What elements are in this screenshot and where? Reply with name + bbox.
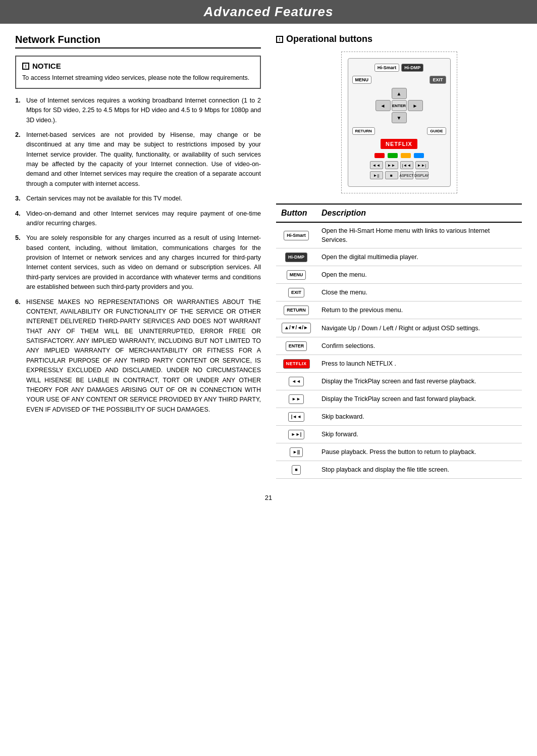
table-row: Hi-DMPOpen the digital multimedia player…: [276, 248, 522, 266]
table-cell-description: Display the TrickPlay screen and fast fo…: [316, 390, 522, 408]
col-button: Button: [276, 204, 316, 222]
table-row: ENTERConfirm selections.: [276, 337, 522, 355]
table-cell-description: Skip backward.: [316, 408, 522, 426]
table-cell-description: Confirm selections.: [316, 337, 522, 355]
exit-btn[interactable]: EXIT: [429, 76, 446, 84]
dpad-up[interactable]: ▲: [392, 88, 407, 99]
table-cell-button: ▲/▼/◄/►: [276, 319, 316, 337]
notice-title: ! NOTICE: [22, 62, 254, 70]
list-item: 4.Video-on-demand and other Internet ser…: [15, 209, 261, 229]
network-section-title: Network Function: [15, 34, 261, 48]
table-cell-description: Close the menu.: [316, 284, 522, 301]
table-cell-description: Navigate Up / Down / Left / Right or adj…: [316, 319, 522, 337]
notice-box: ! NOTICE To access Internet streaming vi…: [15, 56, 261, 89]
table-header-row: Button Description: [276, 204, 522, 222]
list-item: 2.Internet-based services are not provid…: [15, 130, 261, 189]
table-cell-description: Open the Hi-Smart Home menu with links t…: [316, 222, 522, 248]
table-cell-button: ENTER: [276, 337, 316, 355]
red-btn[interactable]: [374, 153, 385, 158]
table-cell-description: Stop playback and display the file title…: [316, 461, 522, 479]
green-btn[interactable]: [388, 153, 398, 158]
dpad-right[interactable]: ►: [408, 100, 423, 111]
dpad: ▲ ◄ ENTER ► ▼: [375, 88, 423, 123]
blue-btn[interactable]: [414, 153, 424, 158]
table-cell-button: ◄◄: [276, 373, 316, 390]
notice-list: 1.Use of Internet services requires a wo…: [15, 96, 261, 415]
table-cell-button: |◄◄: [276, 408, 316, 426]
table-cell-button: ■: [276, 461, 316, 479]
main-content: Network Function ! NOTICE To access Inte…: [0, 24, 537, 489]
return-btn[interactable]: RETURN: [352, 127, 375, 135]
display-btn[interactable]: DISPLAY: [415, 171, 428, 179]
rewind-btn[interactable]: ◄◄: [370, 161, 383, 169]
table-row: NETFLIXPress to launch NETFLIX .: [276, 355, 522, 372]
hi-smart-btn[interactable]: Hi-Smart: [374, 64, 400, 72]
table-row: EXITClose the menu.: [276, 284, 522, 301]
stop-btn[interactable]: ■: [385, 171, 398, 179]
table-row: ►►|Skip forward.: [276, 426, 522, 443]
table-cell-button: Hi-Smart: [276, 222, 316, 248]
playpause-btn[interactable]: ►||: [370, 171, 383, 179]
page-header: Advanced Features: [0, 0, 537, 24]
operational-section-title: ! Operational buttons: [276, 34, 522, 44]
list-item: 6.HISENSE MAKES NO REPRESENTATIONS OR WA…: [15, 297, 261, 415]
table-cell-description: Display the TrickPlay screen and fast re…: [316, 373, 522, 390]
table-cell-button: ►►: [276, 390, 316, 408]
list-item: 5.You are solely responsible for any cha…: [15, 233, 261, 292]
skipfwd-btn[interactable]: ►►|: [415, 161, 428, 169]
table-row: ▲/▼/◄/►Navigate Up / Down / Left / Right…: [276, 319, 522, 337]
table-cell-button: RETURN: [276, 301, 316, 319]
remote-diagram: Hi-Smart Hi-DMP MENU EXIT ▲ ◄ ENTER: [341, 52, 457, 193]
table-cell-button: NETFLIX: [276, 355, 316, 372]
button-table: Button Description Hi-SmartOpen the Hi-S…: [276, 204, 522, 479]
table-cell-button: Hi-DMP: [276, 248, 316, 266]
table-row: |◄◄Skip backward.: [276, 408, 522, 426]
page-title: Advanced Features: [0, 4, 537, 20]
table-cell-description: Return to the previous menu.: [316, 301, 522, 319]
hi-dmp-btn[interactable]: Hi-DMP: [401, 64, 423, 72]
list-item: 1.Use of Internet services requires a wo…: [15, 96, 261, 125]
dpad-left[interactable]: ◄: [375, 100, 391, 111]
table-cell-button: MENU: [276, 266, 316, 284]
dpad-down[interactable]: ▼: [392, 112, 407, 123]
table-row: Hi-SmartOpen the Hi-Smart Home menu with…: [276, 222, 522, 248]
guide-btn[interactable]: GUIDE: [427, 127, 446, 135]
table-row: MENUOpen the menu.: [276, 266, 522, 284]
menu-btn[interactable]: MENU: [352, 76, 372, 84]
skipback-btn[interactable]: |◄◄: [400, 161, 413, 169]
netflix-btn[interactable]: NETFLIX: [381, 139, 417, 149]
op-icon: !: [276, 36, 283, 43]
notice-icon: !: [22, 63, 29, 70]
page-number: 21: [0, 489, 537, 507]
table-cell-description: Press to launch NETFLIX .: [316, 355, 522, 372]
table-cell-description: Skip forward.: [316, 426, 522, 443]
table-row: RETURNReturn to the previous menu.: [276, 301, 522, 319]
table-cell-description: Open the menu.: [316, 266, 522, 284]
remote-row-2: MENU EXIT: [352, 76, 446, 84]
table-cell-description: Pause playback. Press the button to retu…: [316, 443, 522, 461]
remote-body: Hi-Smart Hi-DMP MENU EXIT ▲ ◄ ENTER: [348, 58, 451, 187]
media-row-1: ◄◄ ►► |◄◄ ►►|: [352, 161, 446, 169]
notice-text: To access Internet streaming video servi…: [22, 73, 254, 83]
table-cell-button: ►||: [276, 443, 316, 461]
remote-row-netflix: NETFLIX: [352, 139, 446, 149]
remote-row-1: Hi-Smart Hi-DMP: [352, 64, 446, 72]
table-row: ►||Pause playback. Press the button to r…: [276, 443, 522, 461]
yellow-btn[interactable]: [401, 153, 411, 158]
ffwd-btn[interactable]: ►►: [385, 161, 398, 169]
table-cell-button: EXIT: [276, 284, 316, 301]
remote-row-3: RETURN GUIDE: [352, 127, 446, 135]
table-cell-button: ►►|: [276, 426, 316, 443]
col-description: Description: [316, 204, 522, 222]
table-row: ■Stop playback and display the file titl…: [276, 461, 522, 479]
color-buttons: [352, 153, 446, 158]
right-column: ! Operational buttons Hi-Smart Hi-DMP ME…: [276, 34, 522, 479]
table-cell-description: Open the digital multimedia player.: [316, 248, 522, 266]
aspect-btn[interactable]: ASPECT: [400, 171, 413, 179]
dpad-enter[interactable]: ENTER: [392, 100, 407, 111]
table-row: ►►Display the TrickPlay screen and fast …: [276, 390, 522, 408]
left-column: Network Function ! NOTICE To access Inte…: [15, 34, 261, 479]
table-row: ◄◄Display the TrickPlay screen and fast …: [276, 373, 522, 390]
media-row-2: ►|| ■ ASPECT DISPLAY: [352, 171, 446, 179]
list-item: 3.Certain services may not be available …: [15, 194, 261, 204]
